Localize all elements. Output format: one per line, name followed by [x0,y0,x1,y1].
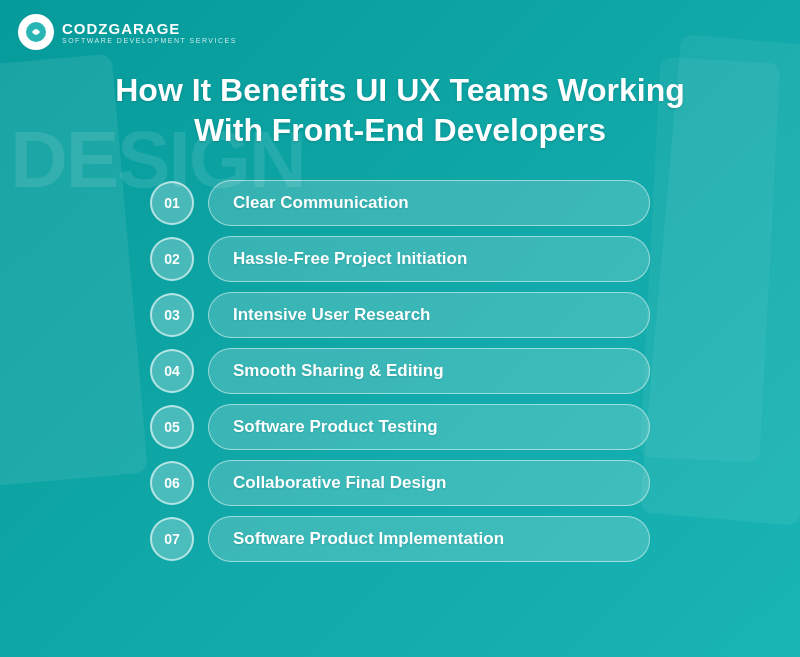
logo-text-block: CODZGARAGE Software Development Services [62,20,237,44]
list-item: 05Software Product Testing [150,404,650,450]
item-label: Smooth Sharing & Editing [208,348,650,394]
item-label: Software Product Testing [208,404,650,450]
page-title: How It Benefits UI UX Teams Working With… [115,70,685,150]
item-label: Collaborative Final Design [208,460,650,506]
logo-area: CODZGARAGE Software Development Services [18,14,237,50]
item-number: 02 [150,237,194,281]
logo-brand: CODZGARAGE [62,20,237,37]
item-number: 06 [150,461,194,505]
item-number: 07 [150,517,194,561]
item-number: 04 [150,349,194,393]
list-item: 07Software Product Implementation [150,516,650,562]
list-item: 06Collaborative Final Design [150,460,650,506]
item-label: Clear Communication [208,180,650,226]
logo-icon [18,14,54,50]
list-item: 02Hassle-Free Project Initiation [150,236,650,282]
item-label: Intensive User Research [208,292,650,338]
benefits-list: 01Clear Communication02Hassle-Free Proje… [150,180,650,562]
logo-tagline: Software Development Services [62,37,237,44]
item-number: 03 [150,293,194,337]
main-content: How It Benefits UI UX Teams Working With… [0,0,800,582]
list-item: 01Clear Communication [150,180,650,226]
item-number: 05 [150,405,194,449]
item-label: Software Product Implementation [208,516,650,562]
item-label: Hassle-Free Project Initiation [208,236,650,282]
item-number: 01 [150,181,194,225]
list-item: 03Intensive User Research [150,292,650,338]
list-item: 04Smooth Sharing & Editing [150,348,650,394]
